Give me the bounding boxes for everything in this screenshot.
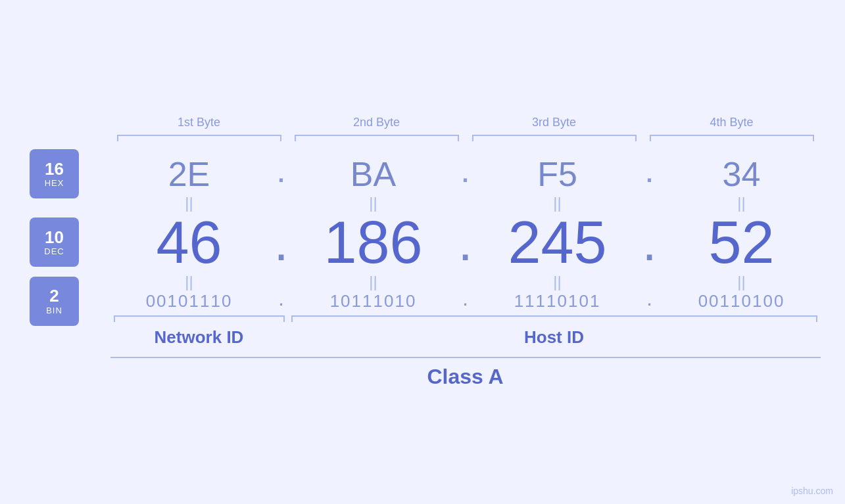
dec-badge-number: 10 bbox=[45, 228, 64, 247]
eq-2-byte-4: || bbox=[663, 273, 821, 291]
hex-badge-label: HEX bbox=[45, 178, 64, 188]
bin-badge-number: 2 bbox=[49, 286, 59, 306]
eq-2-byte-1: || bbox=[110, 273, 268, 291]
dec-byte-3: 245 bbox=[479, 213, 637, 272]
hex-badge-number: 16 bbox=[45, 160, 64, 179]
bin-dot-3: . bbox=[637, 292, 663, 309]
hex-byte-1: 2E bbox=[110, 154, 268, 194]
dec-dot-3: . bbox=[637, 212, 663, 273]
bracket-3 bbox=[472, 135, 637, 141]
bracket-1 bbox=[117, 135, 281, 141]
bottom-content: Network ID Host ID bbox=[110, 315, 821, 348]
class-label: Class A bbox=[427, 365, 503, 389]
bin-byte-1: 00101110 bbox=[110, 291, 268, 311]
bin-byte-4: 00110100 bbox=[663, 291, 821, 311]
class-bracket-line bbox=[110, 357, 821, 358]
watermark: ipshu.com bbox=[791, 486, 833, 496]
hex-byte-4: 34 bbox=[663, 154, 821, 194]
dec-dot-2: . bbox=[452, 212, 479, 273]
dec-badge: 10 DEC bbox=[30, 218, 79, 267]
byte-labels-row: 1st Byte 2nd Byte 3rd Byte 4th Byte bbox=[110, 116, 821, 129]
class-row: Class A bbox=[0, 357, 845, 389]
bin-badge: 2 BIN bbox=[30, 277, 79, 326]
bin-dot-1: . bbox=[268, 292, 295, 309]
bracket-4 bbox=[650, 135, 814, 141]
eq-2-byte-2: || bbox=[295, 273, 452, 291]
hex-badge: 16 HEX bbox=[30, 149, 79, 198]
main-container: 1st Byte 2nd Byte 3rd Byte 4th Byte 16 H… bbox=[0, 0, 845, 504]
dec-badge-label: DEC bbox=[44, 246, 64, 256]
byte-label-3: 3rd Byte bbox=[466, 116, 643, 129]
host-id-bracket bbox=[291, 315, 817, 322]
class-bracket-area: Class A bbox=[110, 357, 821, 389]
byte-label-1: 1st Byte bbox=[110, 116, 288, 129]
dec-byte-2: 186 bbox=[295, 213, 452, 272]
dec-byte-1: 46 bbox=[110, 213, 268, 272]
bin-values: 00101110 . 10111010 . 11110101 . 0011010… bbox=[110, 291, 821, 311]
bracket-2 bbox=[295, 135, 459, 141]
hex-byte-3: F5 bbox=[479, 154, 637, 194]
hex-values: 2E . BA . F5 . 34 bbox=[110, 154, 821, 194]
network-id-section: Network ID bbox=[110, 315, 288, 348]
bin-byte-2: 10111010 bbox=[295, 291, 452, 311]
brackets-row bbox=[110, 135, 821, 141]
dec-dot-1: . bbox=[268, 212, 295, 273]
bin-row: 2 BIN 00101110 . 10111010 . 11110101 . 0… bbox=[0, 291, 845, 311]
bin-dot-2: . bbox=[452, 292, 479, 309]
bin-badge-label: BIN bbox=[46, 306, 62, 315]
hex-dot-1: . bbox=[268, 160, 295, 188]
hex-row: 16 HEX 2E . BA . F5 . 34 bbox=[0, 154, 845, 194]
hex-dot-2: . bbox=[452, 160, 479, 188]
byte-label-2: 2nd Byte bbox=[288, 116, 466, 129]
hex-byte-2: BA bbox=[295, 154, 452, 194]
equals-row-2: || || || || bbox=[0, 273, 845, 291]
host-id-label: Host ID bbox=[524, 327, 584, 348]
network-id-label: Network ID bbox=[155, 327, 244, 348]
eq-2-byte-3: || bbox=[479, 273, 637, 291]
byte-label-4: 4th Byte bbox=[643, 116, 821, 129]
equals-values-2: || || || || bbox=[110, 273, 821, 291]
host-id-section: Host ID bbox=[288, 315, 821, 348]
network-id-bracket bbox=[114, 315, 285, 322]
hex-dot-3: . bbox=[637, 160, 663, 188]
dec-byte-4: 52 bbox=[663, 213, 821, 272]
bottom-section: Network ID Host ID bbox=[0, 315, 845, 348]
bin-byte-3: 11110101 bbox=[479, 291, 637, 311]
dec-row: 10 DEC 46 . 186 . 245 . 52 bbox=[0, 212, 845, 273]
dec-values: 46 . 186 . 245 . 52 bbox=[110, 212, 821, 273]
